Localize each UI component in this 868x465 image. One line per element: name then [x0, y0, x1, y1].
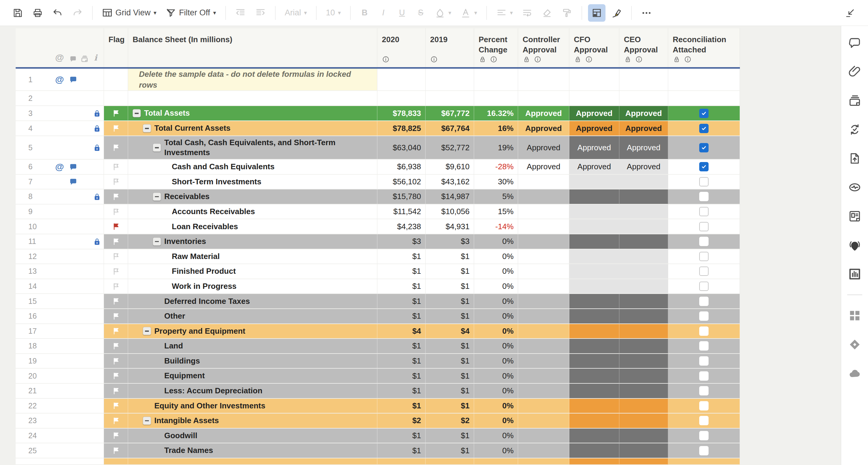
cell-percent-change[interactable]: -14%	[474, 219, 518, 234]
row-number-cell[interactable]: 4	[16, 121, 104, 136]
cell-percent-change[interactable]: 30%	[474, 175, 518, 190]
flag-cell[interactable]	[104, 69, 128, 91]
cell-reconciliation[interactable]	[668, 175, 740, 190]
cell-v2020[interactable]: $15,780	[377, 190, 426, 204]
premium-apps-panel-button[interactable]	[841, 330, 868, 359]
flag-cell[interactable]	[104, 160, 128, 175]
cell-percent-change[interactable]: 16.32%	[474, 106, 518, 121]
cell-v2019[interactable]: $52,772	[426, 136, 474, 160]
cell-ceo-approval[interactable]	[619, 354, 668, 369]
column-header-ctrl[interactable]: Controller Approval	[518, 28, 569, 67]
cell-cfo-approval[interactable]	[569, 339, 619, 354]
cell-percent-change[interactable]: 0%	[474, 279, 518, 294]
cell-percent-change[interactable]: 0%	[474, 443, 518, 458]
row-number-cell[interactable]: 15	[16, 294, 104, 309]
row-number-cell[interactable]: 10	[16, 219, 104, 234]
cell-ceo-approval[interactable]	[619, 219, 668, 234]
reconciliation-checkbox[interactable]	[699, 143, 709, 153]
publish-panel-button[interactable]	[841, 144, 868, 173]
row-number-cell[interactable]: 24	[16, 429, 104, 443]
flag-cell[interactable]	[104, 294, 128, 309]
cell-v2020[interactable]: $78,833	[377, 106, 426, 121]
cell-controller-approval[interactable]	[518, 384, 569, 399]
cell[interactable]	[569, 458, 619, 465]
primary-cell[interactable]: Deferred Income Taxes	[128, 294, 377, 309]
cell-v2019[interactable]: $1	[426, 399, 474, 414]
row-number-cell[interactable]: 18	[16, 339, 104, 354]
cell-v2020[interactable]: $1	[377, 443, 426, 458]
cell-cfo-approval[interactable]: Approved	[569, 106, 619, 121]
cell-ceo-approval[interactable]	[619, 204, 668, 220]
cell-ceo-approval[interactable]	[619, 250, 668, 264]
flag-cell[interactable]	[104, 429, 128, 443]
cell-controller-approval[interactable]	[518, 443, 569, 458]
row-number-cell[interactable]: 21	[16, 384, 104, 399]
flag-cell[interactable]	[104, 121, 128, 136]
cell[interactable]	[474, 458, 518, 465]
primary-cell[interactable]: Trade Names	[128, 443, 377, 458]
cell-controller-approval[interactable]	[518, 69, 569, 91]
cell-reconciliation[interactable]	[668, 91, 740, 106]
cell-reconciliation[interactable]	[668, 413, 740, 429]
cell-v2019[interactable]: $3	[426, 234, 474, 250]
cell-controller-approval[interactable]: Approved	[518, 136, 569, 160]
indent-button[interactable]	[252, 4, 269, 22]
reconciliation-checkbox[interactable]	[699, 446, 709, 455]
cell-cfo-approval[interactable]	[569, 91, 619, 106]
cell-cfo-approval[interactable]: Approved	[569, 160, 619, 175]
cell-reconciliation[interactable]	[668, 309, 740, 324]
reconciliation-checkbox[interactable]	[699, 281, 709, 291]
cell-cfo-approval[interactable]	[569, 250, 619, 264]
print-button[interactable]	[29, 4, 46, 22]
flag-cell[interactable]	[104, 175, 128, 190]
primary-cell[interactable]: Property and Equipment	[128, 324, 377, 339]
comments-panel-button[interactable]	[841, 28, 868, 57]
cell-v2019[interactable]: $67,764	[426, 121, 474, 136]
reconciliation-checkbox[interactable]	[699, 109, 709, 118]
cell-cfo-approval[interactable]	[569, 279, 619, 294]
collapse-row-button[interactable]	[153, 144, 161, 152]
cell-v2020[interactable]: $1	[377, 399, 426, 414]
primary-cell[interactable]: Total Assets	[128, 106, 377, 121]
cell-controller-approval[interactable]: Approved	[518, 121, 569, 136]
cell-v2019[interactable]: $14,987	[426, 190, 474, 204]
collapse-row-button[interactable]	[143, 417, 151, 425]
cell-percent-change[interactable]: 15%	[474, 204, 518, 220]
flag-cell[interactable]	[104, 234, 128, 250]
cell[interactable]	[619, 458, 668, 465]
primary-cell[interactable]: Finished Product	[128, 264, 377, 279]
cell-v2020[interactable]: $1	[377, 384, 426, 399]
cell-cfo-approval[interactable]	[569, 309, 619, 324]
cell[interactable]	[377, 458, 426, 465]
strikethrough-button[interactable]: S	[412, 4, 429, 22]
charts-panel-button[interactable]	[841, 260, 868, 289]
reconciliation-checkbox[interactable]	[699, 386, 709, 395]
cell-reconciliation[interactable]	[668, 190, 740, 204]
cell-ceo-approval[interactable]	[619, 309, 668, 324]
flag-cell[interactable]	[104, 443, 128, 458]
cell-reconciliation[interactable]	[668, 234, 740, 250]
cell-v2019[interactable]: $1	[426, 339, 474, 354]
cell-v2019[interactable]	[426, 69, 474, 91]
cell-controller-approval[interactable]	[518, 399, 569, 414]
reconciliation-checkbox[interactable]	[699, 431, 709, 440]
wrap-text-button[interactable]	[518, 4, 536, 22]
cell-v2019[interactable]: $1	[426, 384, 474, 399]
proofs-panel-button[interactable]	[841, 86, 868, 115]
cell-controller-approval[interactable]	[518, 175, 569, 190]
row-number-cell[interactable]: 25	[16, 443, 104, 458]
cell-percent-change[interactable]	[474, 69, 518, 91]
reconciliation-checkbox[interactable]	[699, 401, 709, 410]
cell-reconciliation[interactable]	[668, 250, 740, 264]
reconciliation-checkbox[interactable]	[699, 222, 709, 231]
cell-v2019[interactable]: $1	[426, 369, 474, 384]
row-number-cell[interactable]: 6@	[16, 160, 104, 175]
cell-controller-approval[interactable]	[518, 264, 569, 279]
cell-controller-approval[interactable]	[518, 413, 569, 429]
reconciliation-checkbox[interactable]	[699, 237, 709, 246]
cell-reconciliation[interactable]	[668, 324, 740, 339]
cell-cfo-approval[interactable]: Approved	[569, 136, 619, 160]
cell-v2019[interactable]: $2	[426, 413, 474, 429]
cell-v2020[interactable]: $2	[377, 413, 426, 429]
reconciliation-checkbox[interactable]	[699, 162, 709, 171]
